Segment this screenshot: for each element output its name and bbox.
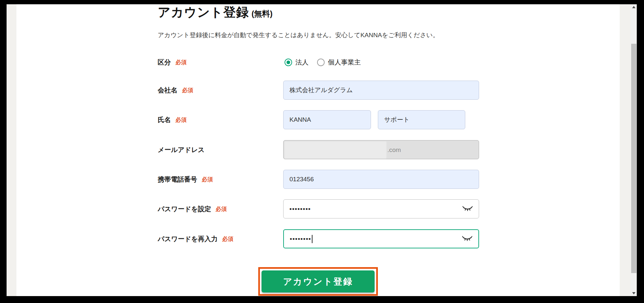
category-radio-group: 法人 個人事業主: [285, 58, 361, 67]
password-label: パスワードを設定: [158, 205, 211, 214]
last-name-input[interactable]: KANNA: [283, 110, 371, 129]
required-badge: 必須: [216, 205, 227, 213]
browser-viewport: アカウント登録(無料) アカウント登録後に料金が自動で発生することはありません。…: [7, 4, 637, 296]
password-confirm-label: パスワードを再入力: [158, 235, 218, 243]
radio-selected-icon[interactable]: [285, 59, 292, 66]
eye-closed-icon[interactable]: [462, 205, 473, 213]
row-name: 氏名 必須 KANNA サポート: [158, 110, 465, 129]
scroll-down-arrow-icon: [632, 292, 635, 294]
text-caret: [312, 235, 312, 243]
scroll-down-button[interactable]: [631, 290, 637, 296]
scroll-up-arrow-icon: [632, 6, 635, 8]
scrollbar-thumb[interactable]: [631, 44, 636, 273]
required-badge: 必須: [182, 87, 193, 94]
radio-label-corporate[interactable]: 法人: [295, 58, 309, 67]
radio-option-corporate[interactable]: 法人: [285, 58, 309, 67]
page-subtitle: アカウント登録後に料金が自動で発生することはありません。安心してKANNAをご利…: [158, 31, 439, 39]
radio-unselected-icon[interactable]: [317, 59, 325, 66]
register-button[interactable]: アカウント登録: [262, 270, 375, 292]
password-confirm-content: ••••••••: [290, 235, 312, 243]
page-title-text: アカウント登録: [158, 5, 249, 19]
last-name-value: KANNA: [289, 116, 311, 123]
required-badge: 必須: [175, 59, 187, 66]
company-input[interactable]: 株式会社アルダグラム: [283, 81, 479, 100]
row-category: 区分 必須 法人 個人事業主: [158, 53, 361, 72]
email-input: .com: [283, 140, 479, 159]
password-confirm-label-group: パスワードを再入力 必須: [158, 235, 283, 243]
category-label: 区分: [158, 58, 171, 67]
first-name-value: サポート: [384, 115, 409, 124]
page-title: アカウント登録(無料): [158, 4, 272, 21]
click-target-highlight: アカウント登録: [258, 267, 378, 296]
radio-label-sole-proprietor[interactable]: 個人事業主: [328, 58, 361, 67]
email-label-group: メールアドレス: [158, 145, 283, 154]
company-value: 株式会社アルダグラム: [289, 86, 353, 94]
required-badge: 必須: [175, 116, 187, 124]
row-password: パスワードを設定 必須 ••••••••: [158, 199, 479, 218]
category-label-group: 区分 必須: [158, 58, 283, 67]
row-phone: 携帯電話番号 必須 0123456: [158, 170, 479, 189]
vertical-scrollbar[interactable]: [631, 4, 637, 296]
phone-label: 携帯電話番号: [158, 175, 197, 184]
required-badge: 必須: [202, 176, 213, 183]
required-badge: 必須: [222, 235, 233, 243]
name-label-group: 氏名 必須: [158, 115, 283, 124]
email-visible-value: .com: [387, 140, 401, 160]
scroll-up-button[interactable]: [631, 4, 637, 10]
phone-value: 0123456: [289, 176, 314, 183]
row-email: メールアドレス .com: [158, 140, 479, 159]
row-company: 会社名 必須 株式会社アルダグラム: [158, 81, 479, 100]
email-label: メールアドレス: [158, 145, 205, 154]
password-confirm-input[interactable]: ••••••••: [283, 229, 479, 248]
password-label-group: パスワードを設定 必須: [158, 205, 283, 214]
password-input[interactable]: ••••••••: [283, 199, 479, 218]
eye-closed-icon[interactable]: [462, 235, 472, 242]
phone-label-group: 携帯電話番号 必須: [158, 175, 283, 184]
radio-option-sole-proprietor[interactable]: 個人事業主: [317, 58, 361, 67]
first-name-input[interactable]: サポート: [378, 110, 465, 129]
company-label-group: 会社名 必須: [158, 86, 283, 95]
name-label: 氏名: [158, 115, 171, 124]
password-confirm-masked-value: ••••••••: [290, 235, 311, 242]
page-title-suffix: (無料): [251, 9, 272, 18]
row-password-confirm: パスワードを再入力 必須 ••••••••: [158, 229, 479, 248]
email-redaction-block: [285, 142, 386, 158]
phone-input[interactable]: 0123456: [283, 170, 479, 189]
password-masked-value: ••••••••: [289, 205, 311, 213]
company-label: 会社名: [158, 86, 177, 95]
